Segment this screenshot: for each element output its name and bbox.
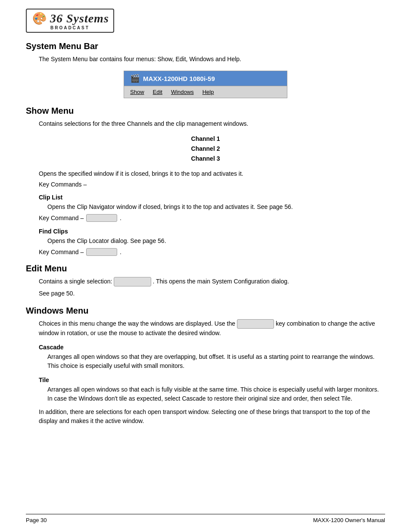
menu-bar-title: 🎬 MAXX-1200HD 1080i-59 xyxy=(124,71,287,86)
edit-menu-desc: Contains a single selection: . This open… xyxy=(39,277,385,286)
menu-bar-items: Show Edit Windows Help xyxy=(124,86,287,98)
show-menu-desc: Contains selections for the three Channe… xyxy=(39,119,385,128)
footer: Page 30 MAXX-1200 Owner's Manual xyxy=(26,514,385,523)
channel-2: Channel 2 xyxy=(26,144,385,153)
clip-list-key-badge xyxy=(86,214,117,222)
system-menu-bar-desc: The System Menu bar contains four menus:… xyxy=(39,55,385,64)
channel-1: Channel 1 xyxy=(26,134,385,143)
key-commands-label: Key Commands – xyxy=(39,181,87,188)
clip-list-key-command: Key Command – . xyxy=(39,214,385,222)
clip-list-key-label: Key Command – xyxy=(39,215,84,221)
edit-menu-key-badge xyxy=(114,277,151,286)
find-clips-heading: Find Clips xyxy=(39,228,385,235)
tile-desc2: In addition, there are selections for ea… xyxy=(39,408,385,426)
logo-area: 🎨 36 Systems BROADCAST xyxy=(26,9,385,33)
windows-menu-desc: Choices in this menu change the way the … xyxy=(39,319,385,338)
app-icon: 🎬 xyxy=(130,74,140,83)
key-commands-line: Key Commands – xyxy=(39,181,385,188)
find-clips-key-command: Key Command – . xyxy=(39,248,385,256)
menu-bar-mockup: 🎬 MAXX-1200HD 1080i-59 Show Edit Windows… xyxy=(124,71,287,98)
tile-heading: Tile xyxy=(39,376,385,383)
edit-menu-heading: Edit Menu xyxy=(26,264,385,274)
logo: 🎨 36 Systems BROADCAST xyxy=(26,9,114,33)
find-clips-key-label: Key Command – xyxy=(39,249,84,255)
clip-list-desc: Opens the Clip Navigator window if close… xyxy=(47,202,385,212)
tile-desc1: Arranges all open windows so that each i… xyxy=(47,385,385,403)
clip-list-key-dot: . xyxy=(120,215,121,221)
system-menu-bar-heading: System Menu Bar xyxy=(26,41,385,51)
windows-menu-heading: Windows Menu xyxy=(26,306,385,316)
channel-open-desc: Opens the specified window if it is clos… xyxy=(39,169,385,178)
edit-menu-desc2: . This opens the main System Configurati… xyxy=(153,278,289,285)
channels-list: Channel 1 Channel 2 Channel 3 xyxy=(26,134,385,163)
find-clips-key-dot: . xyxy=(120,249,121,255)
windows-desc1: Choices in this menu change the way the … xyxy=(39,320,235,327)
clip-list-heading: Clip List xyxy=(39,194,385,201)
menu-windows[interactable]: Windows xyxy=(171,89,194,95)
page-number: Page 30 xyxy=(26,517,47,523)
menu-bar-title-text: MAXX-1200HD 1080i-59 xyxy=(143,75,215,82)
find-clips-desc: Opens the Clip Locator dialog. See page … xyxy=(47,236,385,246)
manual-title: MAXX-1200 Owner's Manual xyxy=(313,517,385,523)
menu-show[interactable]: Show xyxy=(130,89,144,95)
show-menu-heading: Show Menu xyxy=(26,106,385,116)
menu-edit[interactable]: Edit xyxy=(153,89,162,95)
edit-menu-page: See page 50. xyxy=(39,289,385,298)
channel-3: Channel 3 xyxy=(26,154,385,163)
find-clips-key-badge xyxy=(86,248,117,256)
menu-help[interactable]: Help xyxy=(202,89,214,95)
logo-broadcast: BROADCAST xyxy=(31,25,109,30)
edit-menu-desc1: Contains a single selection: xyxy=(39,278,112,285)
cascade-heading: Cascade xyxy=(39,344,385,351)
windows-key-combo xyxy=(237,319,274,329)
cascade-desc: Arranges all open windows so that they a… xyxy=(47,352,385,370)
